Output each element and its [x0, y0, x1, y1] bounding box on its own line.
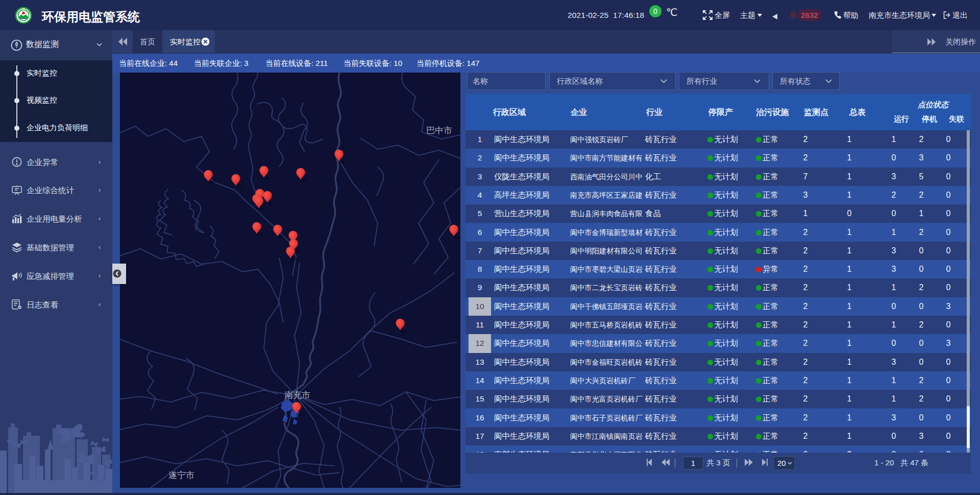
svg-text:遂宁市: 遂宁市	[168, 470, 194, 480]
svg-text:南充市: 南充市	[284, 390, 310, 400]
svg-text:巴中市: 巴中市	[426, 126, 452, 135]
